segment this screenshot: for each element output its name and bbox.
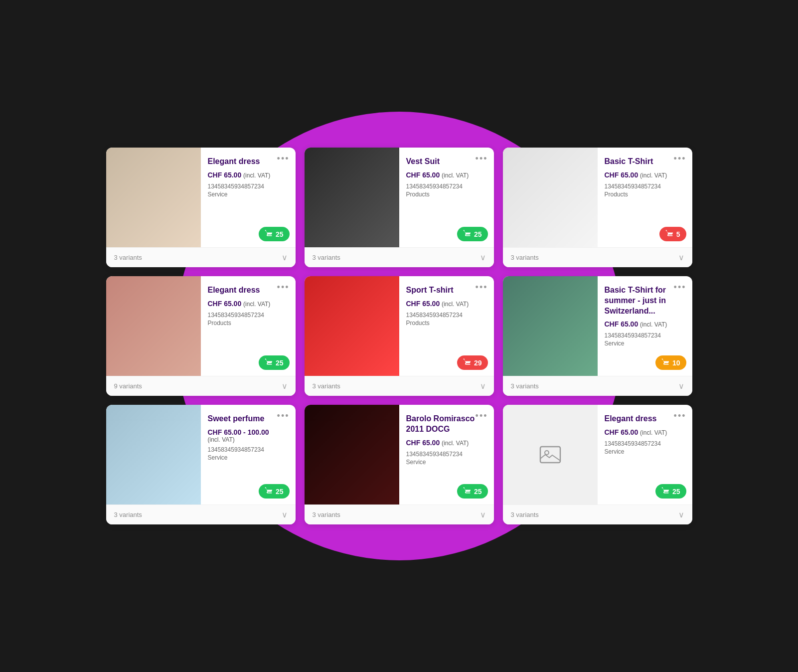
cart-badge[interactable]: 25 (259, 484, 290, 499)
more-menu-button[interactable]: ••• (674, 411, 686, 421)
product-title: Elegant dress (208, 157, 289, 167)
cart-icon (661, 358, 669, 367)
cart-badge[interactable]: 5 (659, 227, 686, 241)
product-card-barolo-wine: ••• Barolo Romirasco 2011 DOCG CHF 65.00… (305, 405, 494, 524)
more-menu-button[interactable]: ••• (674, 282, 686, 293)
price-vat: (incl. VAT) (640, 429, 667, 436)
card-bottom: 3 variants ∨ (305, 247, 494, 267)
card-top: ••• Vest Suit CHF 65.00 (incl. VAT) 1345… (305, 148, 494, 247)
cart-count: 29 (474, 359, 482, 367)
product-price: CHF 65.00 (incl. VAT) (208, 300, 289, 308)
product-title: Barolo Romirasco 2011 DOCG (406, 414, 487, 435)
chevron-down-icon[interactable]: ∨ (282, 381, 288, 391)
chevron-down-icon[interactable]: ∨ (282, 253, 288, 262)
cart-count: 25 (474, 230, 482, 238)
products-grid: ••• Elegant dress CHF 65.00 (incl. VAT) … (91, 133, 707, 539)
card-top: ••• Basic T-Shirt for summer - just in S… (503, 276, 692, 376)
card-info: ••• Sweet perfume CHF 65.00 - 100.00 (in… (201, 405, 296, 504)
variants-label: 3 variants (313, 254, 340, 261)
product-title: Basic T-Shirt (605, 157, 685, 167)
cart-badge[interactable]: 25 (259, 227, 290, 241)
card-bottom: 3 variants ∨ (503, 376, 692, 396)
cart-badge[interactable]: 10 (655, 355, 686, 370)
product-card-basic-tshirt-summer: ••• Basic T-Shirt for summer - just in S… (503, 276, 692, 396)
product-image (305, 405, 399, 504)
cart-icon (463, 229, 471, 239)
card-info: ••• Elegant dress CHF 65.00 (incl. VAT) … (201, 148, 296, 247)
chevron-down-icon[interactable]: ∨ (678, 510, 684, 519)
cart-badge[interactable]: 25 (259, 355, 290, 370)
card-info: ••• Elegant dress CHF 65.00 (incl. VAT) … (201, 276, 296, 376)
chevron-down-icon[interactable]: ∨ (282, 510, 288, 519)
product-price: CHF 65.00 (incl. VAT) (406, 300, 487, 308)
product-category: Products (406, 191, 487, 198)
product-sku: 13458345934857234 (208, 312, 289, 319)
product-price: CHF 65.00 (incl. VAT) (605, 320, 685, 328)
more-menu-button[interactable]: ••• (674, 154, 686, 164)
chevron-down-icon[interactable]: ∨ (480, 253, 486, 262)
card-top: ••• Sport T-shirt CHF 65.00 (incl. VAT) … (305, 276, 494, 376)
product-image (106, 276, 201, 376)
product-sku: 13458345934857234 (605, 183, 685, 190)
price-vat: (incl. VAT) (208, 436, 289, 443)
variants-label: 3 variants (114, 254, 142, 261)
product-category: Products (208, 320, 289, 327)
price-vat: (incl. VAT) (442, 440, 469, 447)
product-card-sport-tshirt: ••• Sport T-shirt CHF 65.00 (incl. VAT) … (305, 276, 494, 396)
product-price: CHF 65.00 (incl. VAT) (208, 171, 289, 179)
product-price: CHF 65.00 (incl. VAT) (605, 171, 685, 179)
more-menu-button[interactable]: ••• (277, 411, 290, 421)
cart-icon (463, 358, 471, 367)
chevron-down-icon[interactable]: ∨ (678, 381, 684, 391)
product-image (106, 148, 201, 247)
cart-count: 25 (672, 488, 680, 496)
card-bottom: 3 variants ∨ (305, 504, 494, 524)
product-image (305, 148, 399, 247)
card-bottom: 3 variants ∨ (305, 376, 494, 396)
card-bottom: 3 variants ∨ (503, 504, 692, 524)
product-image (305, 276, 399, 376)
cart-badge[interactable]: 25 (655, 484, 686, 499)
card-info: ••• Elegant dress CHF 65.00 (incl. VAT) … (598, 405, 692, 504)
card-bottom: 3 variants ∨ (106, 247, 296, 267)
more-menu-button[interactable]: ••• (476, 282, 488, 293)
cart-badge[interactable]: 29 (457, 355, 488, 370)
more-menu-button[interactable]: ••• (277, 282, 290, 293)
cart-icon (265, 229, 273, 239)
more-menu-button[interactable]: ••• (277, 154, 290, 164)
cart-icon (265, 358, 273, 367)
product-image (106, 405, 201, 504)
product-image (503, 148, 598, 247)
chevron-down-icon[interactable]: ∨ (480, 510, 486, 519)
card-top: ••• Sweet perfume CHF 65.00 - 100.00 (in… (106, 405, 296, 504)
product-price: CHF 65.00 (incl. VAT) (605, 428, 685, 436)
price-value: CHF 65.00 - 100.00 (208, 428, 289, 436)
product-title: Basic T-Shirt for summer - just in Switz… (605, 285, 685, 316)
cart-count: 25 (276, 488, 284, 496)
cart-badge[interactable]: 25 (457, 484, 488, 499)
variants-label: 3 variants (313, 511, 340, 518)
card-top: ••• Elegant dress CHF 65.00 (incl. VAT) … (106, 148, 296, 247)
variants-label: 3 variants (114, 511, 142, 518)
cart-icon (265, 487, 273, 496)
card-bottom: 3 variants ∨ (106, 504, 296, 524)
cart-icon (463, 487, 471, 496)
product-sku: 13458345934857234 (406, 312, 487, 319)
more-menu-button[interactable]: ••• (476, 154, 488, 164)
price-vat: (incl. VAT) (243, 301, 270, 308)
more-menu-button[interactable]: ••• (476, 411, 488, 421)
variants-label: 3 variants (511, 254, 539, 261)
chevron-down-icon[interactable]: ∨ (480, 381, 486, 391)
svg-rect-0 (540, 447, 560, 463)
cart-badge[interactable]: 25 (457, 227, 488, 241)
product-sku: 13458345934857234 (605, 332, 685, 339)
product-title: Elegant dress (208, 285, 289, 296)
product-category: Service (605, 340, 685, 347)
card-top: ••• Barolo Romirasco 2011 DOCG CHF 65.00… (305, 405, 494, 504)
svg-point-1 (545, 451, 549, 455)
product-sku: 13458345934857234 (406, 183, 487, 190)
card-bottom: 9 variants ∨ (106, 376, 296, 396)
chevron-down-icon[interactable]: ∨ (678, 253, 684, 262)
price-vat: (incl. VAT) (442, 172, 469, 179)
price-vat: (incl. VAT) (442, 301, 469, 308)
